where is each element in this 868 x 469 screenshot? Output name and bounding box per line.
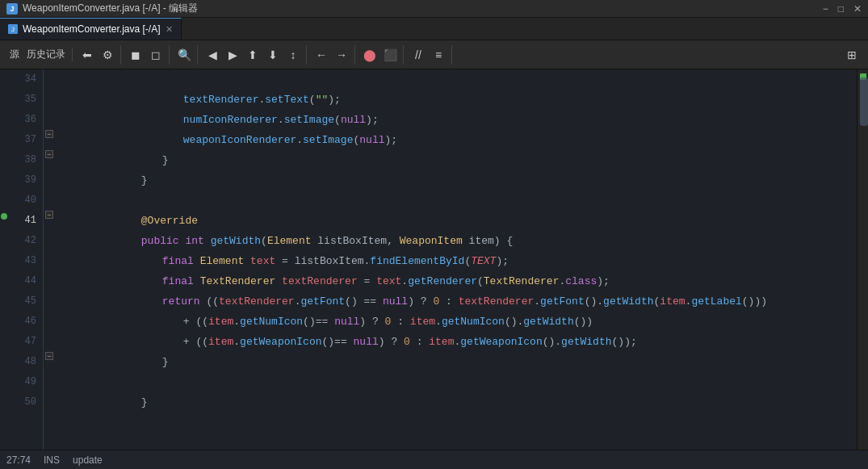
toolbar-search-icon[interactable]: 🔍: [174, 45, 194, 65]
toolbar-group-arrows: ← →: [308, 45, 355, 65]
toolbar: 源 历史记录 ⬅ ⚙ ◼ ◻ 🔍 ◀ ▶ ⬆ ⬇ ↕ ← → ⬤ ⬛ // ≡ …: [0, 40, 868, 69]
code-line-41: public int getWidth(Element listBoxItem,…: [61, 211, 857, 231]
title-bar-left: J WeaponItemConverter.java [-/A] - 编辑器: [6, 2, 198, 15]
toolbar-history-button[interactable]: 历史记录: [23, 48, 69, 61]
toolbar-group-nav: ⬅ ⚙: [74, 45, 121, 65]
toolbar-jump-icon[interactable]: ↕: [283, 45, 303, 65]
right-scrollbar[interactable]: [857, 69, 868, 450]
code-line-49: }: [61, 372, 857, 392]
toolbar-group-search: 🔍: [171, 45, 198, 65]
window-title: WeaponItemConverter.java [-/A] - 编辑器: [23, 2, 198, 15]
close-button[interactable]: ✕: [853, 3, 862, 15]
line-num-38: 38: [8, 150, 36, 170]
code-line-42: final Element text = listBoxItem.findEle…: [61, 231, 857, 251]
fold-marker-41[interactable]: −: [45, 211, 53, 219]
code-line-35: numIconRenderer.setImage(null);: [61, 90, 857, 110]
line-num-45: 45: [8, 291, 36, 312]
window-controls[interactable]: − □ ✕: [823, 3, 862, 15]
tab-bar: J WeaponItemConverter.java [-/A] ✕: [0, 18, 868, 40]
code-area[interactable]: textRenderer.setText(""); numIconRendere…: [55, 69, 857, 450]
scroll-thumb[interactable]: [860, 77, 868, 126]
toolbar-edit2-icon[interactable]: ◻: [146, 45, 166, 65]
toolbar-source-button[interactable]: 源: [6, 48, 23, 61]
toolbar-edit1-icon[interactable]: ◼: [126, 45, 145, 65]
line-num-40: 40: [8, 191, 36, 211]
app-icon: J: [6, 3, 18, 15]
line-num-37: 37: [8, 130, 36, 150]
tab-close-button[interactable]: ✕: [166, 24, 173, 35]
status-branch: update: [73, 454, 103, 466]
line-num-48: 48: [8, 352, 36, 372]
tab-file-icon: J: [8, 24, 18, 34]
toolbar-comment1-icon[interactable]: //: [409, 45, 428, 65]
tab-main[interactable]: J WeaponItemConverter.java [-/A] ✕: [0, 18, 182, 40]
line-numbers: 34 35 36 37 38 39 40 41 42 43 44 45 46 4…: [8, 69, 44, 450]
line-num-47: 47: [8, 332, 36, 352]
toolbar-next-icon[interactable]: ▶: [223, 45, 242, 65]
toolbar-group-refactor: ◀ ▶ ⬆ ⬇ ↕: [199, 45, 307, 65]
status-position: 27:74: [6, 454, 31, 466]
code-line-46: + ((item.getWeaponIcon()== null) ? 0 : i…: [61, 312, 857, 332]
toolbar-group-comment: // ≡: [405, 45, 452, 65]
toolbar-back-icon[interactable]: ⬅: [78, 45, 97, 65]
line-num-41: 41: [8, 211, 36, 231]
maximize-button[interactable]: □: [838, 3, 844, 15]
fold-marker-47[interactable]: −: [45, 352, 53, 360]
line-num-36: 36: [8, 110, 36, 130]
toolbar-prev-icon[interactable]: ◀: [203, 45, 222, 65]
editor-container: 34 35 36 37 38 39 40 41 42 43 44 45 46 4…: [0, 69, 868, 450]
code-line-43: final TextRenderer textRenderer = text.g…: [61, 251, 857, 271]
code-line-50: [61, 392, 857, 412]
line-num-44: 44: [8, 271, 36, 291]
toolbar-settings-icon[interactable]: ⊞: [842, 45, 862, 65]
code-line-36: weaponIconRenderer.setImage(null);: [61, 110, 857, 130]
code-line-47: }: [61, 332, 857, 352]
fold-area: − − − −: [44, 69, 55, 450]
tab-label: WeaponItemConverter.java [-/A]: [23, 23, 161, 35]
line-num-42: 42: [8, 231, 36, 251]
toolbar-group-debug: ⬤ ⬛: [357, 45, 404, 65]
git-branch: update: [73, 454, 103, 466]
code-line-39: [61, 170, 857, 191]
fold-marker-37[interactable]: −: [45, 130, 53, 138]
minimize-button[interactable]: −: [823, 3, 828, 15]
line-num-34: 34: [8, 69, 36, 90]
code-line-40: @Override: [61, 191, 857, 211]
gutter-outer: [0, 69, 8, 450]
cursor-position: 27:74: [6, 454, 31, 466]
editor-mode: INS: [44, 454, 60, 466]
line-num-46: 46: [8, 312, 36, 332]
toolbar-group-edit: ◼ ◻: [123, 45, 170, 65]
toolbar-stop-icon[interactable]: ⬤: [360, 45, 379, 65]
line-num-43: 43: [8, 251, 36, 271]
code-line-48: [61, 352, 857, 372]
toolbar-forward-icon[interactable]: ⚙: [98, 45, 117, 65]
code-line-38: }: [61, 150, 857, 170]
toolbar-comment2-icon[interactable]: ≡: [429, 45, 448, 65]
line-num-39: 39: [8, 170, 36, 191]
code-line-34: textRenderer.setText("");: [61, 69, 857, 90]
status-mode: INS: [44, 454, 60, 466]
toolbar-right-arrow-icon[interactable]: →: [332, 45, 351, 65]
line-num-35: 35: [8, 90, 36, 110]
status-bar: 27:74 INS update: [0, 450, 868, 469]
toolbar-down-icon[interactable]: ⬇: [263, 45, 283, 65]
toolbar-group-source: 源 历史记录: [3, 48, 73, 61]
breakpoint-indicator[interactable]: [1, 213, 7, 220]
code-line-45: + ((item.getNumIcon()== null) ? 0 : item…: [61, 291, 857, 312]
toolbar-pause-icon[interactable]: ⬛: [380, 45, 400, 65]
toolbar-group-settings: ⊞: [839, 45, 865, 65]
toolbar-top-icon[interactable]: ⬆: [243, 45, 262, 65]
title-bar: J WeaponItemConverter.java [-/A] - 编辑器 −…: [0, 0, 868, 18]
code-line-37: }: [61, 130, 857, 150]
code-line-44: return ((textRenderer.getFont() == null)…: [61, 271, 857, 291]
line-num-49: 49: [8, 372, 36, 392]
fold-marker-38[interactable]: −: [45, 150, 53, 158]
toolbar-left-arrow-icon[interactable]: ←: [312, 45, 331, 65]
line-num-50: 50: [8, 392, 36, 412]
